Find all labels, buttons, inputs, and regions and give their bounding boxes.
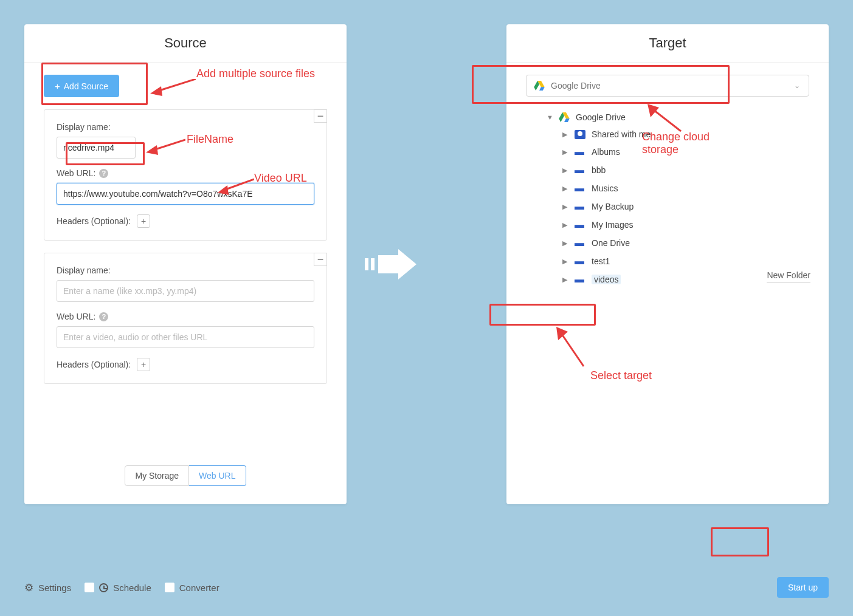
caret-right-icon: ▶ xyxy=(562,131,568,139)
display-name-input[interactable] xyxy=(57,137,136,159)
source-panel: Source + Add Source − Display name: Web … xyxy=(24,24,347,504)
bottom-bar: ⚙ Settings Schedule Converter Start up xyxy=(24,577,829,598)
help-icon[interactable]: ? xyxy=(99,312,108,321)
source-block: − Display name: Web URL: ? Headers (Opti… xyxy=(44,253,327,384)
tree-item[interactable]: ▶ ▬ One Drive xyxy=(560,234,809,252)
add-header-button[interactable]: + xyxy=(137,358,150,371)
caret-down-icon: ▼ xyxy=(547,114,553,121)
web-url-input[interactable] xyxy=(57,326,314,348)
folder-icon: ▬ xyxy=(575,183,585,194)
plus-icon: + xyxy=(55,81,60,91)
start-button[interactable]: Start up xyxy=(777,577,829,598)
tree-item[interactable]: ▶ ▬ bbb xyxy=(560,161,809,179)
gear-icon: ⚙ xyxy=(24,581,33,594)
folder-icon: ▬ xyxy=(575,274,585,285)
shared-folder-icon xyxy=(575,130,585,139)
add-source-label: Add Source xyxy=(64,81,108,91)
chevron-down-icon: ⌄ xyxy=(794,81,800,90)
target-panel: Target Google Drive ⌄ ▼ Google Drive xyxy=(506,24,829,504)
help-icon[interactable]: ? xyxy=(99,169,108,178)
caret-right-icon: ▶ xyxy=(562,258,568,265)
web-url-input[interactable] xyxy=(57,183,314,205)
web-url-label: Web URL: ? xyxy=(57,312,314,321)
headers-row: Headers (Optional): + xyxy=(57,358,314,371)
tree-item-shared[interactable]: ▶ Shared with me xyxy=(560,126,809,143)
caret-right-icon: ▶ xyxy=(562,166,568,174)
folder-icon: ▬ xyxy=(575,201,585,212)
caret-right-icon: ▶ xyxy=(562,203,568,211)
schedule-toggle[interactable]: Schedule xyxy=(85,583,151,593)
clock-icon xyxy=(99,583,108,592)
display-name-input[interactable] xyxy=(57,280,314,302)
source-body: + Add Source − Display name: Web URL: ? … xyxy=(24,63,347,396)
collapse-button[interactable]: − xyxy=(314,253,327,266)
source-block: − Display name: Web URL: ? Headers (Opti… xyxy=(44,109,327,241)
annotation-box xyxy=(711,527,769,556)
tree-item[interactable]: ▶ ▬ Albums xyxy=(560,143,809,161)
google-drive-icon xyxy=(559,112,570,122)
tree-item[interactable]: ▶ ▬ My Backup xyxy=(560,197,809,216)
add-source-button[interactable]: + Add Source xyxy=(44,75,119,97)
svg-rect-1 xyxy=(371,258,375,270)
bottom-left: ⚙ Settings Schedule Converter xyxy=(24,581,219,594)
source-title: Source xyxy=(24,24,347,63)
tab-my-storage[interactable]: My Storage xyxy=(125,465,189,486)
tree-root[interactable]: ▼ Google Drive xyxy=(544,109,809,126)
tree-root-label: Google Drive xyxy=(576,112,626,122)
caret-right-icon: ▶ xyxy=(562,148,568,156)
folder-tree: ▼ Google Drive ▶ Shared with me ▶ ▬ Alb xyxy=(544,109,809,289)
folder-icon: ▬ xyxy=(575,146,585,157)
tree-item[interactable]: ▶ ▬ My Images xyxy=(560,216,809,234)
folder-icon: ▬ xyxy=(575,219,585,230)
tree-children: ▶ Shared with me ▶ ▬ Albums ▶ ▬ bbb ▶ ▬ xyxy=(560,126,809,289)
tree-item[interactable]: ▶ ▬ test1 xyxy=(560,252,809,270)
caret-right-icon: ▶ xyxy=(562,185,568,193)
checkbox-icon xyxy=(165,583,174,592)
converter-toggle[interactable]: Converter xyxy=(165,583,219,593)
display-name-label: Display name: xyxy=(57,122,314,132)
add-header-button[interactable]: + xyxy=(137,214,150,228)
display-name-label: Display name: xyxy=(57,265,314,275)
folder-icon: ▬ xyxy=(575,256,585,267)
google-drive-icon xyxy=(534,81,545,91)
transfer-arrow-icon xyxy=(365,249,420,279)
collapse-button[interactable]: − xyxy=(314,109,327,123)
headers-row: Headers (Optional): + xyxy=(57,214,314,228)
target-title: Target xyxy=(506,24,829,63)
folder-icon: ▬ xyxy=(575,238,585,248)
target-body: Google Drive ⌄ ▼ Google Drive ▶ Shared w… xyxy=(506,63,829,301)
tree-item[interactable]: ▶ ▬ Musics xyxy=(560,179,809,197)
caret-right-icon: ▶ xyxy=(562,239,568,247)
folder-icon: ▬ xyxy=(575,165,585,176)
tab-web-url[interactable]: Web URL xyxy=(189,465,246,486)
new-folder-button[interactable]: New Folder xyxy=(767,270,810,282)
svg-rect-0 xyxy=(365,258,368,270)
source-tabs: My Storage Web URL xyxy=(24,465,347,486)
cloud-storage-label: Google Drive xyxy=(551,81,601,91)
caret-right-icon: ▶ xyxy=(562,276,568,284)
cloud-storage-select[interactable]: Google Drive ⌄ xyxy=(526,75,809,97)
caret-right-icon: ▶ xyxy=(562,221,568,229)
web-url-label: Web URL: ? xyxy=(57,168,314,178)
settings-button[interactable]: ⚙ Settings xyxy=(24,581,71,594)
checkbox-icon xyxy=(85,583,94,592)
